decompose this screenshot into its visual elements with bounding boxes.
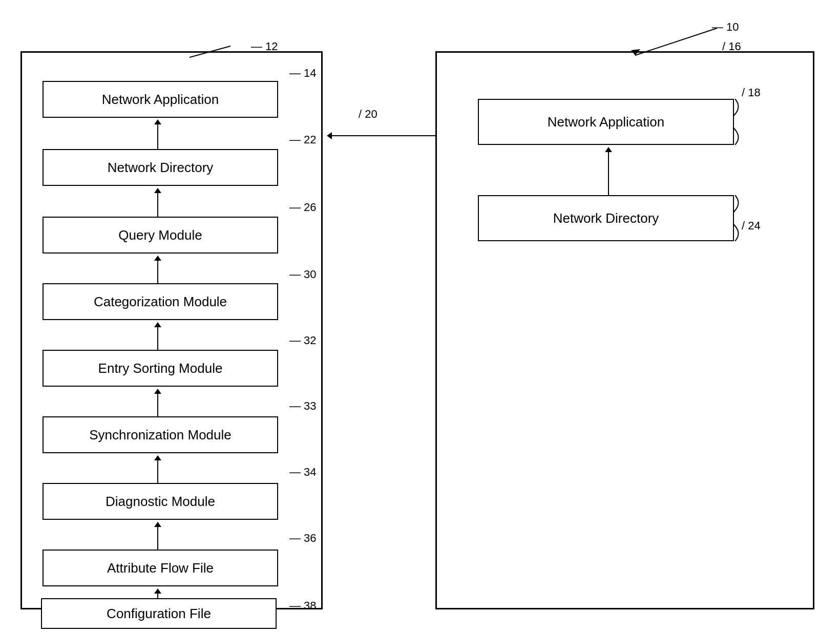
ref-22: — 22	[289, 133, 317, 146]
arrowhead-up-1	[154, 119, 161, 124]
ref-24: / 24	[742, 219, 761, 233]
ref-33: — 33	[289, 399, 317, 413]
horizontal-arrow	[327, 132, 445, 139]
synchronization-module-box: Synchronization Module	[43, 416, 278, 453]
arrowhead-up-5	[154, 389, 161, 394]
arrow-line-5	[157, 394, 158, 419]
diagnostic-module-box: Diagnostic Module	[43, 483, 278, 520]
arrowhead-left-h	[327, 132, 332, 139]
categorization-module-box: Categorization Module	[43, 283, 278, 320]
arrow-line-2	[157, 193, 158, 220]
right-system-box: Network Application Network Directory	[435, 51, 814, 609]
ref-38: — 38	[289, 599, 317, 613]
ref-18: / 18	[742, 86, 761, 99]
ref-30: — 30	[289, 268, 317, 281]
arrowhead-up-3	[154, 256, 161, 261]
ref-10-arrow	[574, 20, 753, 61]
arrow-line-7	[157, 527, 158, 553]
arrow-line-3	[157, 261, 158, 286]
svg-line-2	[190, 46, 230, 57]
arrowhead-up-2	[154, 188, 161, 193]
arrowhead-up-7	[154, 522, 161, 527]
attribute-flow-file-box: Attribute Flow File	[43, 550, 278, 586]
arrowhead-up-r	[605, 147, 612, 152]
arrow-line-4	[157, 327, 158, 353]
ref-36: — 36	[289, 532, 317, 545]
ref-20: / 20	[359, 108, 377, 121]
entry-sorting-module-box: Entry Sorting Module	[43, 350, 278, 387]
arrowhead-up-8	[154, 588, 161, 594]
ref-14: — 14	[289, 67, 317, 80]
arrowhead-up-6	[154, 455, 161, 460]
arrow-line-1	[157, 124, 158, 151]
left-system-box: Network Application Network Directory Qu…	[20, 51, 323, 609]
network-directory-left-box: Network Directory	[43, 149, 278, 186]
ref-26: — 26	[289, 201, 317, 214]
configuration-file-box: Configuration File	[41, 598, 277, 629]
ref-32: — 32	[289, 334, 317, 347]
network-application-right-box: Network Application	[478, 99, 734, 145]
diagram: — 10 — 12 / 16 Network Application Netwo…	[10, 20, 830, 625]
arrow-line-h	[332, 135, 439, 136]
arrowhead-up-4	[154, 322, 161, 327]
ref-34: — 34	[289, 466, 317, 479]
arrow-line-6	[157, 460, 158, 486]
squiggle-18	[734, 99, 749, 145]
network-application-left-box: Network Application	[43, 81, 278, 118]
ref-12-arrow	[164, 41, 266, 61]
arrow-line-r	[608, 152, 609, 198]
svg-line-0	[635, 28, 717, 55]
query-module-box: Query Module	[43, 217, 278, 254]
network-directory-right-box: Network Directory	[478, 195, 734, 241]
squiggle-24	[734, 195, 749, 241]
